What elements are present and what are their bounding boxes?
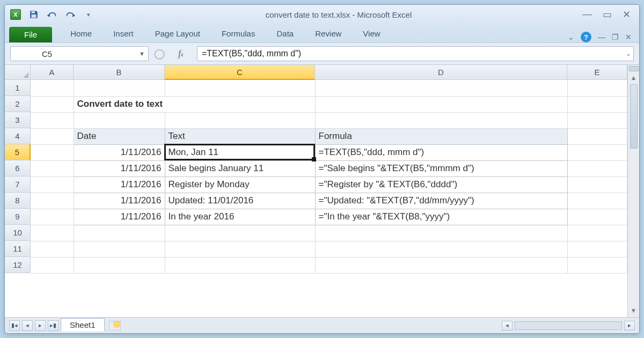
close-icon[interactable]: ✕ [623,9,631,20]
row-header-3[interactable]: 3 [5,112,31,128]
sheet-nav-first-icon[interactable]: ▮◂ [9,320,20,331]
quick-access-toolbar: ▾ [27,9,95,20]
sheet-nav-prev-icon[interactable]: ◂ [22,320,33,331]
cell-b7[interactable]: 1/11/2016 [74,177,165,193]
tab-view[interactable]: View [352,26,391,42]
sheet-nav-last-icon[interactable]: ▸▮ [48,320,58,331]
row-header-7[interactable]: 7 [5,177,31,193]
row-header-10[interactable]: 10 [5,225,31,241]
sheet-tab-sheet1[interactable]: Sheet1 [61,318,105,332]
window-title: convert date to text.xlsx - Microsoft Ex… [98,10,579,19]
cell-b6[interactable]: 1/11/2016 [74,160,165,177]
formula-bar: C5 ▼ ◯ fx =TEXT(B5,"ddd, mmm d") ⌄ [5,42,639,65]
window-min-icon[interactable]: ― [598,33,605,41]
cell-title[interactable]: Convert date to text [74,96,315,112]
header-formula[interactable]: Formula [315,128,567,144]
split-handle-icon[interactable] [629,66,639,71]
hscroll-left-icon[interactable]: ◂ [502,321,513,330]
tab-page-layout[interactable]: Page Layout [144,26,211,42]
cell-c8[interactable]: Updated: 11/01/2016 [165,193,315,209]
tab-data[interactable]: Data [266,26,304,42]
row-header-1[interactable]: 1 [5,80,31,96]
row-header-2[interactable]: 2 [5,96,31,112]
name-box[interactable]: C5 ▼ [10,46,149,61]
scroll-down-icon[interactable]: ▼ [631,305,637,316]
cell-d8[interactable]: ="Updated: "&TEXT(B7,"dd/mm/yyyy") [315,193,567,209]
row-header-5[interactable]: 5 [5,144,31,160]
formula-input[interactable]: =TEXT(B5,"ddd, mmm d") ⌄ [197,46,634,61]
cell-c6[interactable]: Sale begins January 11 [165,160,315,177]
hscroll-track[interactable] [515,321,622,330]
qat-customize-icon[interactable]: ▾ [82,9,95,20]
window-controls: ― ▭ ✕ [582,9,634,20]
titlebar: X ▾ convert date to text.xlsx - Microsof… [5,5,639,24]
help-icon[interactable]: ? [581,32,591,42]
col-header-a[interactable]: A [31,65,74,80]
header-text[interactable]: Text [165,128,315,144]
formula-text: =TEXT(B5,"ddd, mmm d") [202,49,301,58]
cell-d7[interactable]: ="Register by "& TEXT(B6,"dddd") [315,177,567,193]
cell-b8[interactable]: 1/11/2016 [74,193,165,209]
undo-icon[interactable] [46,9,58,20]
window-close-icon[interactable]: ✕ [625,33,632,41]
col-header-e[interactable]: E [567,65,627,80]
col-header-d[interactable]: D [315,65,567,80]
tab-home[interactable]: Home [60,26,103,42]
tab-formulas[interactable]: Formulas [211,26,266,42]
row-header-8[interactable]: 8 [5,193,31,209]
scroll-thumb[interactable] [630,84,638,149]
sheet-nav-next-icon[interactable]: ▸ [35,320,46,331]
sheet-tab-bar: ▮◂ ◂ ▸ ▸▮ Sheet1 ◂ ▸ [5,317,639,333]
excel-app-icon[interactable]: X [10,9,21,20]
cell-d5[interactable]: =TEXT(B5,"ddd, mmm d") [315,144,567,160]
row-headers: 1 2 3 4 5 6 7 8 9 10 11 12 [5,80,31,317]
ribbon-tabs: File Home Insert Page Layout Formulas Da… [5,24,639,42]
cell-d6[interactable]: ="Sale begins "&TEXT(B5,"mmmm d") [315,160,567,177]
cell-c7[interactable]: Register by Monday [165,177,315,193]
tab-insert[interactable]: Insert [103,26,144,42]
cell-d9[interactable]: ="In the year "&TEXT(B8,"yyyy") [315,209,567,225]
cell-b9[interactable]: 1/11/2016 [74,209,165,225]
col-header-b[interactable]: B [74,65,165,80]
new-sheet-icon[interactable] [109,321,121,330]
row-header-9[interactable]: 9 [5,209,31,225]
cell-c9[interactable]: In the year 2016 [165,209,315,225]
svg-rect-0 [32,11,35,13]
cell-grid[interactable]: Convert date to text Date Text Formula 1… [31,80,627,317]
svg-rect-1 [32,14,36,18]
redo-icon[interactable] [64,9,77,20]
row-header-12[interactable]: 12 [5,257,31,273]
horizontal-scrollbar[interactable]: ◂ ▸ [502,321,635,330]
vertical-scrollbar[interactable]: ▲ ▼ [627,65,639,317]
cell-b5[interactable]: 1/11/2016 [74,144,165,160]
name-box-value: C5 [42,49,52,58]
cancel-formula-icon[interactable]: ◯ [154,48,165,60]
worksheet-area: A B C D E 1 2 3 4 5 6 7 8 9 [5,65,639,317]
scroll-up-icon[interactable]: ▲ [631,72,637,83]
row-header-4[interactable]: 4 [5,128,31,144]
cell-c5[interactable]: Mon, Jan 11 [165,144,315,160]
name-box-dropdown-icon[interactable]: ▼ [139,50,145,57]
col-header-c[interactable]: C [165,65,315,80]
file-tab[interactable]: File [9,27,52,42]
row-header-6[interactable]: 6 [5,160,31,177]
minimize-icon[interactable]: ― [582,9,592,20]
select-all-corner[interactable] [5,65,31,80]
app-window: X ▾ convert date to text.xlsx - Microsof… [4,4,640,334]
fx-icon[interactable]: fx [170,49,192,58]
save-icon[interactable] [27,9,40,20]
header-date[interactable]: Date [74,128,165,144]
row-header-11[interactable]: 11 [5,241,31,257]
ribbon-minimize-icon[interactable]: ⌄ [568,33,574,41]
maximize-icon[interactable]: ▭ [603,9,612,20]
window-restore-icon[interactable]: ❐ [612,33,619,41]
tab-review[interactable]: Review [304,26,352,42]
hscroll-right-icon[interactable]: ▸ [624,321,635,330]
formula-expand-icon[interactable]: ⌄ [626,50,631,57]
